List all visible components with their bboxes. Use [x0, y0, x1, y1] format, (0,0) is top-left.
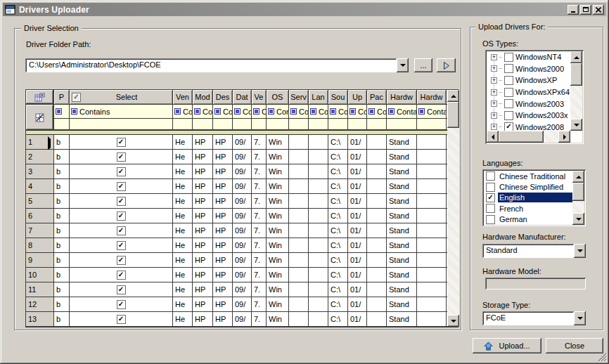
filter-icon[interactable]: [174, 108, 181, 115]
cell[interactable]: [309, 194, 328, 208]
cell[interactable]: [309, 253, 328, 267]
cell[interactable]: [309, 282, 328, 297]
row-selector[interactable]: 4: [26, 179, 54, 193]
cell[interactable]: C:\: [328, 282, 348, 297]
cell-p[interactable]: b: [54, 312, 70, 326]
title-bar[interactable]: Drivers Uploader: [3, 3, 606, 16]
cell[interactable]: [289, 312, 309, 326]
filter-cell-os[interactable]: Contains: [267, 105, 289, 118]
cell[interactable]: [417, 194, 447, 208]
cell[interactable]: 7.: [252, 297, 267, 311]
row-selector[interactable]: 3: [26, 164, 54, 178]
cell[interactable]: 09/: [233, 312, 252, 326]
language-label[interactable]: Chinese Simplified: [498, 182, 572, 192]
cell[interactable]: 01/: [348, 312, 367, 326]
os-tree-scroll-thumb[interactable]: [570, 63, 582, 86]
cell-select[interactable]: ✓: [70, 135, 173, 149]
cell[interactable]: [367, 164, 387, 178]
filter-icon[interactable]: [56, 108, 62, 115]
filter-input-lan[interactable]: [309, 119, 328, 129]
row-selector[interactable]: 6: [26, 209, 54, 223]
row-selector[interactable]: 8: [26, 238, 54, 252]
cell[interactable]: Stand: [387, 209, 417, 223]
column-header-serv[interactable]: Serv: [289, 90, 309, 104]
cell[interactable]: [367, 150, 387, 164]
filter-input-ven[interactable]: [173, 119, 193, 129]
filter-icon[interactable]: [71, 108, 77, 115]
tree-item[interactable]: +WindowsXPx64: [487, 86, 570, 98]
cell[interactable]: [367, 312, 387, 326]
expand-plus-icon[interactable]: +: [491, 77, 497, 84]
cell[interactable]: He: [173, 164, 193, 178]
cell[interactable]: Win: [267, 268, 289, 282]
filter-icon[interactable]: [388, 108, 395, 115]
row-select-checkbox[interactable]: ✓: [117, 197, 126, 206]
close-dialog-button[interactable]: Close: [546, 338, 603, 353]
cell[interactable]: 01/: [348, 282, 367, 297]
cell[interactable]: 01/: [348, 150, 367, 164]
cell[interactable]: Stand: [387, 150, 417, 164]
cell-select[interactable]: ✓: [70, 223, 173, 238]
cell-select[interactable]: ✓: [70, 282, 173, 297]
cell[interactable]: 01/: [348, 209, 367, 223]
cell[interactable]: [417, 150, 447, 164]
filter-icon[interactable]: [290, 108, 297, 115]
cell[interactable]: He: [173, 135, 193, 149]
cell-select[interactable]: ✓: [70, 164, 173, 178]
cell[interactable]: 7.: [252, 282, 267, 297]
tree-item[interactable]: +WindowsNT4: [487, 51, 570, 63]
cell[interactable]: C:\: [328, 194, 348, 208]
column-header-lan[interactable]: Lan: [309, 90, 328, 104]
cell[interactable]: [289, 209, 309, 223]
cell[interactable]: He: [173, 253, 193, 267]
language-label[interactable]: German: [498, 214, 572, 224]
cell[interactable]: Stand: [387, 268, 417, 282]
grid-scroll-track[interactable]: [447, 128, 459, 315]
cell[interactable]: 7.: [252, 268, 267, 282]
cell[interactable]: C:\: [328, 150, 348, 164]
row-select-checkbox[interactable]: ✓: [117, 271, 126, 280]
cell[interactable]: [367, 223, 387, 238]
cell[interactable]: 7.: [252, 253, 267, 267]
language-checkbox[interactable]: ✓: [486, 193, 495, 202]
cell-p[interactable]: b: [54, 209, 70, 223]
cell[interactable]: [289, 238, 309, 252]
filter-cell-des[interactable]: Contains: [213, 105, 233, 118]
cell-p[interactable]: b: [54, 282, 70, 297]
cell[interactable]: [417, 282, 447, 297]
column-header-hardw-2[interactable]: Hardw: [417, 90, 447, 104]
cell[interactable]: 09/: [233, 179, 252, 193]
resize-grip[interactable]: [598, 353, 607, 362]
cell[interactable]: 01/: [348, 268, 367, 282]
cell[interactable]: [289, 150, 309, 164]
os-type-checkbox[interactable]: ✓: [504, 122, 513, 131]
cell[interactable]: He: [173, 297, 193, 311]
cell[interactable]: 01/: [348, 223, 367, 238]
cell-select[interactable]: ✓: [70, 268, 173, 282]
language-item[interactable]: German: [484, 214, 572, 225]
cell[interactable]: He: [173, 150, 193, 164]
cell[interactable]: HP: [213, 135, 233, 149]
cell[interactable]: 09/: [233, 150, 252, 164]
filter-icon[interactable]: [214, 108, 221, 115]
cell-p[interactable]: b: [54, 223, 70, 238]
cell[interactable]: [367, 238, 387, 252]
cell[interactable]: He: [173, 268, 193, 282]
tree-item[interactable]: +WindowsXP: [487, 74, 570, 86]
filter-cell-dat[interactable]: Contains: [233, 105, 252, 118]
expand-plus-icon[interactable]: +: [491, 124, 497, 130]
cell[interactable]: [309, 312, 328, 326]
cell[interactable]: Win: [267, 209, 289, 223]
cell[interactable]: HP: [213, 209, 233, 223]
languages-scroll-track[interactable]: [572, 201, 584, 213]
os-type-label[interactable]: WindowsXPx64: [515, 88, 570, 96]
cell-p[interactable]: b: [54, 268, 70, 282]
cell[interactable]: 09/: [233, 135, 252, 149]
cell[interactable]: 7.: [252, 238, 267, 252]
cell-p[interactable]: b: [54, 194, 70, 208]
cell[interactable]: He: [173, 179, 193, 193]
cell[interactable]: 7.: [252, 312, 267, 326]
cell-p[interactable]: b: [54, 150, 70, 164]
cell[interactable]: [417, 179, 447, 193]
cell[interactable]: Stand: [387, 238, 417, 252]
